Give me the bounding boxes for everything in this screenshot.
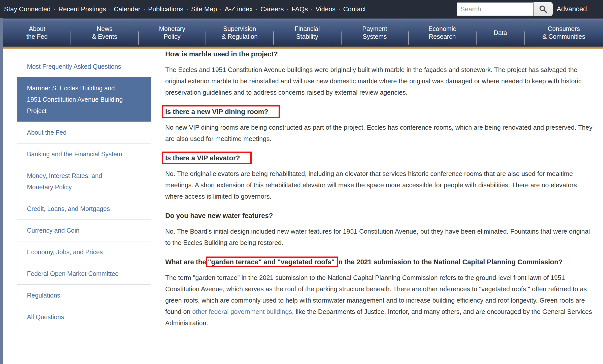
- topbar-link-careers[interactable]: Careers: [259, 5, 285, 13]
- page-body: Most Frequently Asked QuestionsMarriner …: [0, 49, 603, 337]
- nav-item-label: Data: [494, 29, 507, 37]
- sidebar-item-marriner-s-eccles-building-and-1951-constitution-avenue-building-project[interactable]: Marriner S. Eccles Building and 1951 Con…: [17, 77, 151, 122]
- faq-question: What are the "garden terrace" and "veget…: [165, 258, 595, 266]
- topbar-link-recent-postings[interactable]: Recent Postings: [57, 5, 107, 13]
- faq-question: Do you have new water features?: [165, 212, 595, 220]
- main-nav: Aboutthe FedNews& EventsMonetaryPolicySu…: [3, 18, 603, 47]
- nav-item-label: News: [97, 25, 113, 33]
- sidebar-item-currency-and-coin[interactable]: Currency and Coin: [17, 220, 151, 241]
- separator-dot: ·: [107, 5, 113, 13]
- nav-item-label: & Regulation: [222, 33, 258, 41]
- nav-item-news-events[interactable]: News& Events: [71, 19, 138, 47]
- nav-item-label: & Communities: [543, 33, 585, 41]
- question-text: How is marble used in the project?: [165, 50, 278, 58]
- inline-link-other-federal-government-buildings[interactable]: other federal government buildings: [192, 308, 292, 315]
- answer-text: No. The original elevators are being reh…: [165, 170, 577, 200]
- faq-answer: No. The Board’s initial design included …: [165, 226, 595, 248]
- nav-item-label: Research: [429, 33, 456, 41]
- search-icon: [539, 5, 547, 13]
- faq-answer: The Eccles and 1951 Constitution Avenue …: [165, 64, 595, 98]
- faq-question: Is there a new VIP dining room?: [165, 108, 595, 116]
- search-area: Advanced: [457, 2, 587, 16]
- separator-dot: ·: [52, 5, 57, 13]
- sidebar-item-credit-loans-and-mortgages[interactable]: Credit, Loans, and Mortgages: [17, 198, 151, 220]
- sidebar-item-about-the-fed[interactable]: About the Fed: [17, 122, 151, 143]
- separator-dot: ·: [285, 5, 290, 13]
- topbar-link-contact[interactable]: Contact: [342, 5, 367, 13]
- nav-item-economic-research[interactable]: EconomicResearch: [409, 19, 476, 47]
- topbar-link-stay-connected[interactable]: Stay Connected: [3, 5, 52, 13]
- search-input[interactable]: [457, 3, 533, 16]
- separator-dot: ·: [337, 5, 342, 13]
- topbar-link-a-z-index[interactable]: A-Z index: [224, 5, 254, 13]
- question-text: Do you have new water features?: [165, 212, 273, 220]
- faq-answer: No new VIP dining rooms are being constr…: [165, 122, 595, 144]
- nav-item-monetary-policy[interactable]: MonetaryPolicy: [138, 19, 206, 47]
- topbar-link-publications[interactable]: Publications: [147, 5, 184, 13]
- separator-dot: ·: [254, 5, 259, 13]
- faq-question: How is marble used in the project?: [165, 50, 595, 58]
- separator-dot: ·: [218, 5, 224, 13]
- separator-dot: ·: [141, 5, 147, 13]
- separator-dot: ·: [184, 5, 190, 13]
- sidebar-item-economy-jobs-and-prices[interactable]: Economy, Jobs, and Prices: [17, 241, 151, 263]
- nav-item-label: Systems: [363, 33, 387, 41]
- gold-divider: [3, 47, 603, 49]
- answer-text: The Eccles and 1951 Constitution Avenue …: [165, 66, 582, 96]
- sidebar-item-most-frequently-asked-questions[interactable]: Most Frequently Asked Questions: [17, 56, 151, 77]
- sidebar-item-all-questions[interactable]: All Questions: [17, 306, 151, 328]
- topbar-links: Stay Connected·Recent Postings·Calendar·…: [3, 5, 367, 13]
- nav-item-label: Financial: [295, 25, 320, 33]
- nav-item-label: Economic: [428, 25, 456, 33]
- sidebar-item-banking-and-the-financial-system[interactable]: Banking and the Financial System: [17, 143, 151, 165]
- question-text: What are the: [165, 258, 208, 266]
- sidebar-item-federal-open-market-committee[interactable]: Federal Open Market Committee: [17, 263, 151, 284]
- nav-item-label: Policy: [164, 33, 181, 41]
- nav-item-label: the Fed: [26, 33, 48, 41]
- left-edge-strip: [0, 18, 3, 364]
- sidebar-item-money-interest-rates-and-monetary-policy[interactable]: Money, Interest Rates, and Monetary Poli…: [17, 165, 151, 198]
- nav-item-consumers-communities[interactable]: Consumers& Communities: [525, 19, 603, 47]
- nav-item-supervision-regulation[interactable]: Supervision& Regulation: [206, 19, 273, 47]
- annotation-red-box: Is there a new VIP dining room?: [165, 108, 268, 116]
- faq-sidebar: Most Frequently Asked QuestionsMarriner …: [17, 56, 151, 328]
- search-button[interactable]: [533, 2, 553, 16]
- topbar-link-videos[interactable]: Videos: [315, 5, 337, 13]
- faq-answer: The term "garden terrace" in the 2021 su…: [165, 272, 595, 329]
- nav-item-label: Stability: [296, 33, 318, 41]
- annotation-red-box: "garden terrace" and "vegetated roofs": [208, 258, 335, 266]
- separator-dot: ·: [309, 5, 315, 13]
- advanced-search-link[interactable]: Advanced: [557, 5, 587, 13]
- topbar: Stay Connected·Recent Postings·Calendar·…: [0, 0, 603, 18]
- nav-item-label: Payment: [362, 25, 387, 33]
- nav-item-financial-stability[interactable]: FinancialStability: [274, 19, 341, 47]
- sidebar-item-regulations[interactable]: Regulations: [17, 284, 151, 306]
- nav-item-payment-systems[interactable]: PaymentSystems: [341, 19, 409, 47]
- nav-item-label: Monetary: [159, 25, 185, 33]
- nav-item-label: & Events: [92, 33, 117, 41]
- topbar-link-site-map[interactable]: Site Map: [190, 5, 218, 13]
- question-text: in the 2021 submission to the National C…: [334, 258, 562, 266]
- topbar-link-faqs[interactable]: FAQs: [290, 5, 309, 13]
- nav-item-label: About: [29, 25, 45, 33]
- faq-answer: No. The original elevators are being reh…: [165, 168, 595, 202]
- nav-item-label: Consumers: [548, 25, 580, 33]
- answer-text: No new VIP dining rooms are being constr…: [165, 124, 592, 142]
- annotation-red-box: Is there a VIP elevator?: [165, 154, 240, 162]
- answer-text: No. The Board’s initial design included …: [165, 228, 590, 246]
- nav-item-data[interactable]: Data: [476, 19, 525, 47]
- nav-item-about-the-fed[interactable]: Aboutthe Fed: [3, 19, 71, 47]
- nav-item-label: Supervision: [223, 25, 256, 33]
- faq-content: How is marble used in the project?The Ec…: [165, 50, 595, 337]
- faq-question: Is there a VIP elevator?: [165, 154, 595, 162]
- topbar-link-calendar[interactable]: Calendar: [113, 5, 142, 13]
